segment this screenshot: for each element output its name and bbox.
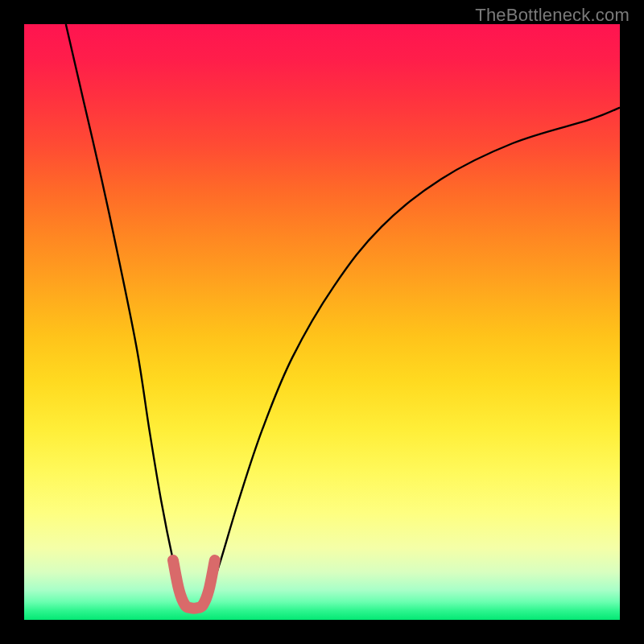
curve-highlight-u bbox=[173, 560, 215, 609]
chart-plot-area bbox=[24, 24, 620, 620]
chart-svg bbox=[24, 24, 620, 620]
curve-left-branch bbox=[66, 24, 182, 596]
watermark-text: TheBottleneck.com bbox=[475, 5, 630, 26]
curve-right-branch bbox=[208, 108, 620, 597]
